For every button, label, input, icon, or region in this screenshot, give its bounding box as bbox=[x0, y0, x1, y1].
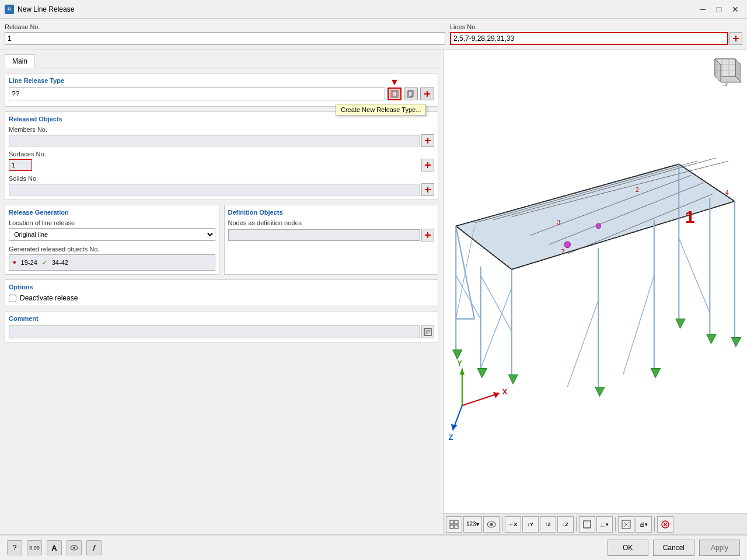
title-bar: R New Line Release ─ □ ✕ bbox=[0, 0, 747, 19]
check-icon: ✓ bbox=[42, 259, 47, 267]
comment-title: Comment bbox=[9, 315, 434, 322]
nodes-input[interactable] bbox=[228, 229, 421, 241]
view-btn-box1[interactable] bbox=[579, 516, 595, 533]
svg-text:X: X bbox=[502, 387, 508, 396]
release-no-input[interactable] bbox=[5, 32, 445, 45]
view-toolbar: 123▾ ↔X ↓Y ↑Z ↓Z bbox=[444, 513, 747, 534]
lrt-copy-button[interactable] bbox=[404, 88, 418, 100]
surfaces-label: Surfaces No. bbox=[9, 150, 434, 158]
close-button[interactable]: ✕ bbox=[728, 4, 742, 15]
svg-marker-65 bbox=[731, 338, 741, 347]
view-btn-box2[interactable]: ⬚▾ bbox=[596, 516, 613, 533]
cube-widget: -Y bbox=[709, 56, 741, 88]
location-label: Location of line release bbox=[9, 219, 215, 226]
location-select[interactable]: Original line On surface On member bbox=[9, 228, 215, 241]
definition-objects-section: Definition Objects Nodes as definition n… bbox=[224, 205, 439, 275]
bottom-view-button[interactable] bbox=[67, 540, 82, 555]
surfaces-select-button[interactable] bbox=[421, 159, 434, 172]
lines-no-group: Lines No. bbox=[450, 23, 742, 45]
ro-section-title: Released Objects bbox=[9, 116, 434, 123]
do-section-title: Definition Objects bbox=[228, 209, 435, 216]
comment-section: Comment bbox=[5, 311, 438, 342]
ro-members: Members No. bbox=[9, 126, 434, 147]
svg-text:4: 4 bbox=[725, 189, 729, 196]
bottom-text-button[interactable]: A bbox=[47, 540, 62, 555]
tooltip-create-release-type: Create New Release Type... bbox=[336, 104, 426, 116]
view-btn-z-up[interactable]: ↑Z bbox=[540, 516, 556, 533]
two-col-section: Release Generation Location of line rele… bbox=[5, 205, 438, 275]
svg-marker-64 bbox=[707, 334, 716, 344]
svg-text:Z: Z bbox=[448, 433, 453, 442]
bottom-units-button[interactable]: 0.00 bbox=[27, 540, 42, 555]
toolbar-separator-3 bbox=[615, 517, 616, 531]
surfaces-input[interactable] bbox=[9, 159, 32, 171]
view-btn-y-down[interactable]: ↓Y bbox=[522, 516, 539, 533]
view-btn-print[interactable]: 🖨▾ bbox=[636, 516, 652, 533]
cancel-button[interactable]: Cancel bbox=[653, 540, 694, 556]
tab-bar: Main bbox=[0, 50, 443, 68]
apply-button[interactable]: Apply bbox=[699, 540, 740, 556]
svg-marker-61 bbox=[595, 387, 605, 396]
svg-marker-62 bbox=[651, 369, 661, 378]
solids-input[interactable] bbox=[9, 184, 420, 195]
solids-select-button[interactable] bbox=[421, 183, 434, 196]
view-btn-x-arrow[interactable]: ↔X bbox=[505, 516, 521, 533]
release-no-label: Release No. bbox=[5, 23, 445, 30]
3d-view-area: -Y bbox=[444, 50, 747, 513]
gen-range1: 19-24 bbox=[21, 259, 37, 266]
comment-input-row bbox=[9, 326, 434, 338]
svg-rect-82 bbox=[450, 520, 453, 524]
svg-rect-3 bbox=[392, 92, 397, 96]
ok-button[interactable]: OK bbox=[608, 540, 648, 556]
comment-btn[interactable] bbox=[421, 326, 434, 338]
release-no-group: Release No. bbox=[5, 23, 445, 45]
lines-no-input-row bbox=[450, 32, 742, 45]
members-select-button[interactable] bbox=[421, 134, 434, 147]
options-title: Options bbox=[9, 284, 434, 290]
view-btn-grid[interactable] bbox=[446, 516, 462, 533]
svg-marker-59 bbox=[477, 369, 487, 378]
members-input[interactable] bbox=[9, 135, 420, 146]
lrt-section-title: Line Release Type bbox=[9, 77, 434, 84]
svg-rect-85 bbox=[455, 525, 458, 528]
options-section: Options Deactivate release bbox=[5, 279, 438, 306]
view-btn-123[interactable]: 123▾ bbox=[463, 516, 482, 533]
bottom-bar: ? 0.00 A f OK Cancel Apply bbox=[0, 534, 747, 560]
svg-point-67 bbox=[564, 242, 571, 248]
svg-point-87 bbox=[490, 523, 493, 526]
solids-label: Solids No. bbox=[9, 175, 434, 182]
svg-point-68 bbox=[596, 223, 601, 228]
red-arrow-icon: ▼ bbox=[390, 77, 399, 88]
tab-main[interactable]: Main bbox=[5, 54, 35, 68]
lrt-delete-button[interactable] bbox=[420, 88, 434, 100]
svg-marker-80 bbox=[451, 424, 458, 430]
line-release-type-section: Line Release Type ?? ▼ bbox=[5, 73, 438, 107]
bottom-help-button[interactable]: ? bbox=[7, 540, 22, 555]
deactivate-checkbox[interactable] bbox=[9, 295, 16, 302]
lines-no-select-button[interactable] bbox=[729, 32, 742, 45]
toolbar-separator bbox=[502, 517, 502, 531]
view-btn-eye[interactable] bbox=[483, 516, 500, 533]
bottom-func-button[interactable]: f bbox=[86, 540, 102, 555]
svg-line-53 bbox=[481, 275, 512, 331]
left-panel: Main Line Release Type ?? ▼ bbox=[0, 50, 444, 534]
minimize-button[interactable]: ─ bbox=[696, 4, 710, 15]
lines-no-input[interactable] bbox=[450, 32, 728, 45]
lrt-dropdown[interactable]: ?? bbox=[9, 88, 385, 100]
nodes-select-button[interactable] bbox=[421, 229, 434, 242]
deactivate-label: Deactivate release bbox=[20, 294, 78, 302]
svg-marker-77 bbox=[460, 369, 465, 375]
svg-marker-63 bbox=[676, 319, 685, 328]
lrt-new-button[interactable] bbox=[388, 88, 402, 100]
view-btn-z-down[interactable]: ↓Z bbox=[557, 516, 574, 533]
lines-no-label: Lines No. bbox=[450, 23, 742, 30]
view-btn-render[interactable] bbox=[618, 516, 634, 533]
svg-rect-84 bbox=[450, 525, 453, 528]
nodes-label: Nodes as definition nodes bbox=[228, 219, 435, 226]
view-btn-close-x[interactable] bbox=[657, 516, 673, 533]
comment-input[interactable] bbox=[9, 326, 420, 338]
surfaces-input-row bbox=[9, 159, 434, 172]
svg-rect-83 bbox=[455, 520, 458, 524]
maximize-button[interactable]: □ bbox=[712, 4, 726, 15]
members-label: Members No. bbox=[9, 126, 434, 133]
